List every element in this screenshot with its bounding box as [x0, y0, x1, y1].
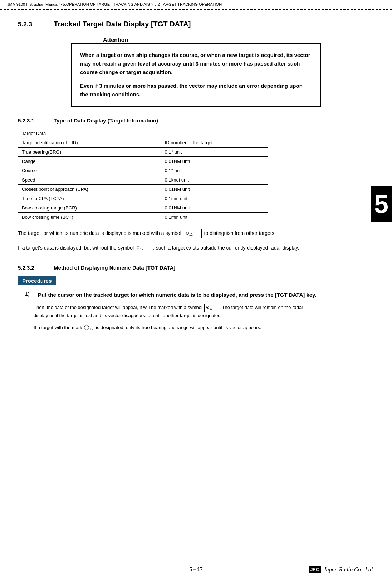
table-cell-col1: Time to CPA (TCPA)	[18, 194, 161, 203]
attention-para1: When a target or own ship changes its co…	[80, 51, 312, 77]
section-number-sub1: 5.2.3.1	[18, 117, 46, 124]
attention-label-row: Attention	[71, 37, 321, 43]
symbol-step-1: ⊙12––	[204, 304, 219, 312]
attention-line-right	[132, 40, 321, 40]
circle-symbol	[84, 325, 89, 330]
attention-box: When a target or own ship changes its co…	[71, 43, 321, 107]
breadcrumb: JMA-9100 Instruction Manual > 5.OPERATIO…	[0, 0, 392, 9]
table-cell-col1: Range	[18, 157, 161, 166]
table-cell-col2: 0.01NM unit	[161, 185, 268, 194]
target-data-table: Target Data Target identification (TT ID…	[18, 129, 268, 222]
table-header-row: Target Data	[18, 129, 268, 138]
table-row: Cource 0.1° unit	[18, 166, 268, 175]
table-row: Bow crossing range (BCR) 0.01NM unit	[18, 203, 268, 213]
table-row: True bearing(BRG) 0.1° unit	[18, 148, 268, 157]
section-number-main: 5.2.3	[18, 21, 46, 28]
procedures-badge: Procedures	[18, 276, 374, 291]
section-title-sub1: Type of Data Display (Target Information…	[54, 117, 158, 124]
jrc-badge: JRC	[309, 566, 321, 573]
symbol-boxed-1: ⊙12–––	[184, 229, 202, 238]
step-1-sub-1: Then, the data of the designated target …	[34, 304, 313, 320]
table-cell-col2: 0.01NM unti	[161, 157, 268, 166]
table-cell-col1: Closest point of approach (CPA)	[18, 185, 161, 194]
table-header-cell: Target Data	[18, 129, 268, 138]
page-footer: 5－17 JRC Japan Radio Co., Ltd.	[0, 566, 392, 573]
table-row: Time to CPA (TCPA) 0.1min unit	[18, 194, 268, 203]
attention-para2: Even if 3 minutes or more has passed, th…	[80, 82, 312, 99]
table-cell-col2: 0.1knot unit	[161, 175, 268, 185]
footer-company-name: Japan Radio Co., Ltd.	[324, 566, 374, 573]
chapter-tab: 5	[371, 186, 392, 222]
table-cell-col1: Target identification (TT ID)	[18, 138, 161, 148]
table-row: Bow crossing time (BCT) 0.1min unit	[18, 213, 268, 222]
attention-container: Attention When a target or own ship chan…	[71, 37, 321, 107]
table-cell-col1: Bow crossing time (BCT)	[18, 213, 161, 222]
symbol-inline-2: ⊙12–––	[136, 245, 151, 252]
table-cell-col2: 0.1° unit	[161, 166, 268, 175]
body-text-2: If a target's data is displayed, but wit…	[18, 244, 325, 252]
table-cell-col1: Bow crossing range (BCR)	[18, 203, 161, 213]
body-text-1: The target for which its numeric data is…	[18, 229, 325, 238]
footer-logo: JRC Japan Radio Co., Ltd.	[309, 566, 374, 573]
main-content: 5.2.3 Tracked Target Data Display [TGT D…	[0, 13, 392, 351]
step-1-number: 1)	[25, 291, 34, 297]
step-1-item: 1) Put the cursor on the tracked target …	[25, 291, 374, 299]
table-cell-col2: 0.1° unit	[161, 148, 268, 157]
step-1-sub-2: If a target with the mark 12 is designat…	[34, 324, 313, 332]
table-row: Range 0.01NM unti	[18, 157, 268, 166]
table-cell-col2: 0.01NM unit	[161, 203, 268, 213]
table-cell-col1: True bearing(BRG)	[18, 148, 161, 157]
table-cell-col1: Speed	[18, 175, 161, 185]
attention-line-left	[71, 40, 99, 40]
attention-label: Attention	[99, 37, 132, 43]
procedures-label: Procedures	[18, 276, 56, 285]
step-container: 1) Put the cursor on the tracked target …	[25, 291, 374, 299]
step-1-text: Put the cursor on the tracked target for…	[38, 291, 374, 299]
table-cell-col2: ID number of the target	[161, 138, 268, 148]
table-cell-col1: Cource	[18, 166, 161, 175]
section-title-main: Tracked Target Data Display [TGT DATA]	[54, 20, 191, 28]
table-cell-col2: 0.1min unit	[161, 194, 268, 203]
table-row: Speed 0.1knot unit	[18, 175, 268, 185]
table-row: Target identification (TT ID) ID number …	[18, 138, 268, 148]
table-row: Closest point of approach (CPA) 0.01NM u…	[18, 185, 268, 194]
section-number-sub2: 5.2.3.2	[18, 265, 46, 271]
page-wrapper: JMA-9100 Instruction Manual > 5.OPERATIO…	[0, 0, 392, 580]
section-title-sub2: Method of Displaying Numeric Data [TGT D…	[54, 265, 175, 271]
table-cell-col2: 0.1min unit	[161, 213, 268, 222]
